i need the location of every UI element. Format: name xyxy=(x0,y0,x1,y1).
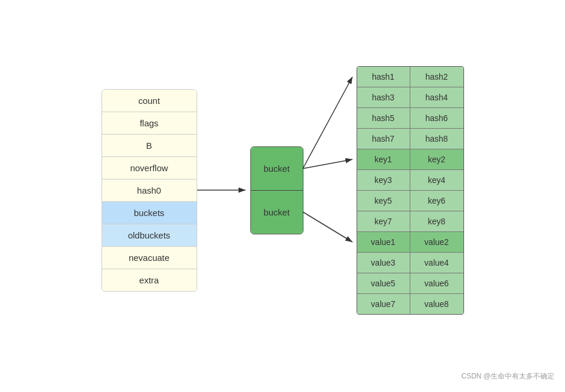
grid-cell-11-0: value7 xyxy=(357,294,410,314)
grid-cell-9-1: value4 xyxy=(410,253,463,273)
arrow1-svg xyxy=(197,187,250,193)
diagram: countflagsBnoverflowhash0bucketsoldbucke… xyxy=(102,66,464,315)
bucket-col: bucketbucket xyxy=(250,146,303,234)
grid-cell-3-1: hash8 xyxy=(410,129,463,149)
grid-cell-5-0: key3 xyxy=(357,170,410,190)
struct-cell-nevacuate: nevacuate xyxy=(102,247,197,269)
grid-cell-1-1: hash4 xyxy=(410,87,463,107)
grid-cell-5-1: key4 xyxy=(410,170,463,190)
grid-cell-8-1: value2 xyxy=(410,232,463,252)
struct-cell-extra: extra xyxy=(102,269,197,291)
grid-cell-11-1: value8 xyxy=(410,294,463,314)
struct-cell-oldbuckets: oldbuckets xyxy=(102,224,197,247)
grid-cell-0-0: hash1 xyxy=(357,67,410,87)
grid-cell-0-1: hash2 xyxy=(410,67,463,87)
struct-cell-B: B xyxy=(102,135,197,157)
struct-cell-flags: flags xyxy=(102,112,197,135)
grid-cell-7-0: key7 xyxy=(357,211,410,231)
struct-cell-hash0: hash0 xyxy=(102,179,197,202)
bucket-cell-1: bucket xyxy=(251,191,303,234)
struct-cell-buckets: buckets xyxy=(102,202,197,224)
grid-cell-6-0: key5 xyxy=(357,191,410,211)
grid-cell-4-0: key1 xyxy=(357,149,410,169)
watermark: CSDN @生命中有太多不确定 xyxy=(461,371,554,381)
grid-cell-9-0: value3 xyxy=(357,253,410,273)
mid-arrows-svg xyxy=(303,190,357,392)
grid-cell-8-0: value1 xyxy=(357,232,410,252)
grid-cell-3-0: hash7 xyxy=(357,129,410,149)
grid-cell-4-1: key2 xyxy=(410,149,463,169)
right-grid: hash1hash2hash3hash4hash5hash6hash7hash8… xyxy=(357,66,464,315)
grid-cell-2-0: hash5 xyxy=(357,108,410,128)
struct-cell-noverflow: noverflow xyxy=(102,157,197,179)
grid-cell-10-1: value6 xyxy=(410,273,463,293)
grid-cell-2-1: hash6 xyxy=(410,108,463,128)
grid-cell-7-1: key8 xyxy=(410,211,463,231)
grid-cell-1-0: hash3 xyxy=(357,87,410,107)
grid-cell-6-1: key6 xyxy=(410,191,463,211)
grid-cell-10-0: value5 xyxy=(357,273,410,293)
struct-box: countflagsBnoverflowhash0bucketsoldbucke… xyxy=(102,89,197,292)
struct-cell-count: count xyxy=(102,90,197,112)
bucket-cell-0: bucket xyxy=(251,147,303,191)
